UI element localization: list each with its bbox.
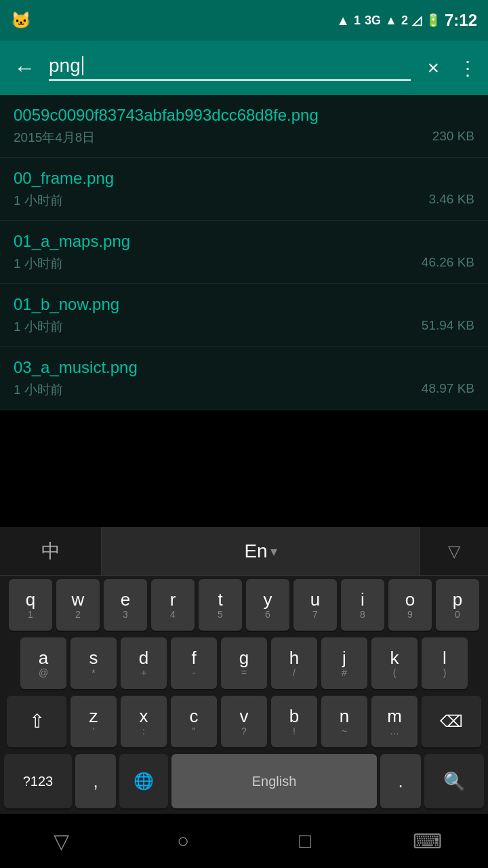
keyboard-row-2: a@ s* d+ f- g= h/ j# k( l) xyxy=(0,634,488,692)
backspace-key[interactable]: ⌫ xyxy=(422,696,481,747)
file-name: 01_b_now.png xyxy=(14,295,474,314)
key-t[interactable]: t5 xyxy=(199,579,242,631)
network-label: 3G xyxy=(365,14,381,28)
key-k[interactable]: k( xyxy=(371,637,418,689)
keyboard-row-4: ?123 , 🌐 English . 🔍 xyxy=(0,751,488,814)
key-x[interactable]: x: xyxy=(121,696,167,747)
key-r[interactable]: r4 xyxy=(151,579,195,631)
nav-recent-button[interactable]: □ xyxy=(271,829,339,852)
file-size: 3.46 KB xyxy=(428,192,474,210)
list-item[interactable]: 03_a_musict.png 1 小时前 48.97 KB xyxy=(0,347,488,410)
key-v[interactable]: v? xyxy=(221,696,267,747)
menu-button[interactable]: ⋮ xyxy=(458,57,477,79)
key-a[interactable]: a@ xyxy=(20,637,66,689)
file-meta: 1 小时前 46.26 KB xyxy=(14,255,474,273)
key-i[interactable]: i8 xyxy=(341,579,384,631)
file-size: 48.97 KB xyxy=(422,381,474,399)
status-bar-left: 🐱 xyxy=(11,11,31,30)
file-name: 01_a_maps.png xyxy=(14,232,474,251)
time-label: 7:12 xyxy=(445,11,477,30)
signal-icon: ▲ xyxy=(385,14,397,28)
file-name: 00_frame.png xyxy=(14,169,474,188)
file-date: 1 小时前 xyxy=(14,318,63,336)
key-y[interactable]: y6 xyxy=(246,579,289,631)
key-u[interactable]: u7 xyxy=(293,579,337,631)
key-d[interactable]: d+ xyxy=(121,637,167,689)
list-item[interactable]: 01_b_now.png 1 小时前 51.94 KB xyxy=(0,284,488,347)
key-b[interactable]: b! xyxy=(271,696,317,747)
key-f[interactable]: f- xyxy=(171,637,217,689)
key-g[interactable]: g= xyxy=(221,637,267,689)
file-date: 1 小时前 xyxy=(14,381,63,399)
list-item[interactable]: 00_frame.png 1 小时前 3.46 KB xyxy=(0,158,488,221)
key-l[interactable]: l) xyxy=(422,637,468,689)
key-e[interactable]: e3 xyxy=(104,579,147,631)
globe-key[interactable]: 🌐 xyxy=(119,754,168,808)
ime-english-button[interactable]: En ▾ xyxy=(102,527,420,575)
key-p[interactable]: p0 xyxy=(436,579,479,631)
navigation-bar: ▽ ○ □ ⌨ xyxy=(0,814,488,868)
file-size: 51.94 KB xyxy=(422,318,474,336)
file-size: 46.26 KB xyxy=(422,255,474,273)
ime-collapse-button[interactable]: ▽ xyxy=(420,527,488,575)
file-list: 0059c0090f83743abfab993dcc68d8fe.png 201… xyxy=(0,95,488,410)
key-z[interactable]: z' xyxy=(70,696,117,747)
file-date: 1 小时前 xyxy=(14,192,63,210)
ime-chinese-button[interactable]: 中 xyxy=(0,527,102,575)
file-meta: 2015年4月8日 230 KB xyxy=(14,129,474,146)
nav-home-button[interactable]: ○ xyxy=(149,829,217,852)
ime-switcher-bar: 中 En ▾ ▽ xyxy=(0,527,488,576)
app-icon: 🐱 xyxy=(11,11,31,30)
key-q[interactable]: q1 xyxy=(9,579,52,631)
wifi-icon: ▲ xyxy=(336,13,350,28)
text-cursor xyxy=(82,56,83,75)
numbers-key[interactable]: ?123 xyxy=(4,754,72,808)
key-w[interactable]: w2 xyxy=(56,579,100,631)
file-meta: 1 小时前 48.97 KB xyxy=(14,381,474,399)
back-button[interactable]: ← xyxy=(11,56,38,81)
file-size: 230 KB xyxy=(432,129,474,146)
key-j[interactable]: j# xyxy=(321,637,367,689)
shift-key[interactable]: ⇧ xyxy=(7,696,66,747)
key-h[interactable]: h/ xyxy=(271,637,317,689)
status-bar-right: ▲ 1 3G ▲ 2 ◿ 🔋 7:12 xyxy=(336,11,477,30)
nav-keyboard-button[interactable]: ⌨ xyxy=(393,829,461,853)
signal2-icon: ◿ xyxy=(412,13,422,28)
nav-back-button[interactable]: ▽ xyxy=(27,829,95,853)
keyboard-row-1: q1 w2 e3 r4 t5 y6 u7 i8 o9 p0 xyxy=(0,576,488,634)
keyboard-row-3: ⇧ z' x: c" v? b! n~ m… ⌫ xyxy=(0,692,488,751)
file-meta: 1 小时前 51.94 KB xyxy=(14,318,474,336)
period-key[interactable]: . xyxy=(380,754,421,808)
carrier2-label: 2 xyxy=(401,14,408,28)
keyboard: 中 En ▾ ▽ q1 w2 e3 r4 t5 y6 u7 i8 o9 p0 a… xyxy=(0,527,488,814)
space-key[interactable]: English xyxy=(171,754,377,808)
search-input-container[interactable]: png xyxy=(49,55,411,81)
list-item[interactable]: 0059c0090f83743abfab993dcc68d8fe.png 201… xyxy=(0,95,488,158)
battery-icon: 🔋 xyxy=(426,13,441,28)
key-c[interactable]: c" xyxy=(171,696,217,747)
search-key[interactable]: 🔍 xyxy=(424,754,484,808)
status-bar: 🐱 ▲ 1 3G ▲ 2 ◿ 🔋 7:12 xyxy=(0,0,488,41)
key-m[interactable]: m… xyxy=(371,696,418,747)
clear-button[interactable]: × xyxy=(427,56,439,79)
list-item[interactable]: 01_a_maps.png 1 小时前 46.26 KB xyxy=(0,221,488,284)
key-o[interactable]: o9 xyxy=(388,579,432,631)
comma-key[interactable]: , xyxy=(75,754,116,808)
file-name: 0059c0090f83743abfab993dcc68d8fe.png xyxy=(14,106,474,125)
file-name: 03_a_musict.png xyxy=(14,358,474,377)
file-meta: 1 小时前 3.46 KB xyxy=(14,192,474,210)
key-s[interactable]: s* xyxy=(70,637,117,689)
file-date: 1 小时前 xyxy=(14,255,63,273)
file-date: 2015年4月8日 xyxy=(14,129,95,146)
search-bar: ← png × ⋮ xyxy=(0,41,488,95)
carrier1-label: 1 xyxy=(354,14,361,28)
search-input[interactable]: png xyxy=(49,55,411,77)
key-n[interactable]: n~ xyxy=(321,696,367,747)
